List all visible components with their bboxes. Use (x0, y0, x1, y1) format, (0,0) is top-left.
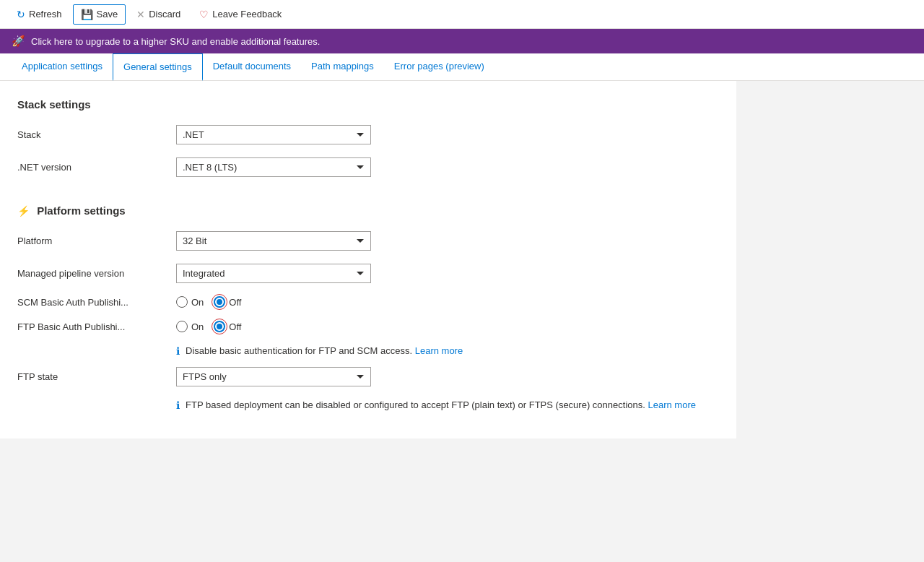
tab-error-pages[interactable]: Error pages (preview) (384, 53, 494, 80)
save-icon: 💾 (81, 9, 93, 20)
ftp-state-row: FTP state FTPS only All allowed Disabled (17, 367, 719, 386)
feedback-label: Leave Feedback (212, 9, 282, 20)
save-label: Save (97, 9, 118, 20)
feedback-icon: ♡ (199, 9, 209, 20)
ftp-off-option[interactable]: Off (214, 321, 241, 332)
tab-path-mappings[interactable]: Path mappings (301, 53, 384, 80)
ftp-learn-more-link[interactable]: Learn more (415, 345, 463, 356)
toolbar: ↻ Refresh 💾 Save ✕ Discard ♡ Leave Feedb… (0, 0, 924, 29)
stack-row: Stack .NET Node Python (17, 125, 719, 144)
ftp-on-option[interactable]: On (176, 321, 204, 332)
ftp-off-radio[interactable] (214, 321, 225, 332)
scm-radio-group: On Off (176, 296, 241, 308)
refresh-button[interactable]: ↻ Refresh (9, 4, 70, 25)
stack-settings-title: Stack settings (17, 98, 719, 111)
platform-row: Platform 32 Bit 64 Bit (17, 231, 719, 251)
stack-label: Stack (17, 129, 176, 140)
rocket-icon: 🚀 (12, 35, 25, 48)
platform-label: Platform (17, 235, 176, 246)
dotnet-version-select[interactable]: .NET 8 (LTS) .NET 7 .NET 6 (176, 157, 371, 177)
ftp-scm-info: ℹ Disable basic authentication for FTP a… (176, 345, 719, 357)
ftp-auth-label: FTP Basic Auth Publishi... (17, 321, 176, 332)
platform-settings-title: ⚡ Platform settings (17, 204, 719, 217)
ftp-state-label: FTP state (17, 371, 176, 382)
ftp-on-radio[interactable] (176, 321, 188, 332)
pipeline-row: Managed pipeline version Integrated Clas… (17, 264, 719, 283)
stack-select[interactable]: .NET Node Python (176, 125, 371, 144)
info-icon: ℹ (176, 345, 180, 357)
scm-off-label: Off (229, 297, 241, 308)
banner-text: Click here to upgrade to a higher SKU an… (31, 36, 320, 47)
main-content: Stack settings Stack .NET Node Python .N… (0, 81, 736, 438)
scm-off-option[interactable]: Off (214, 296, 241, 308)
scm-auth-row: SCM Basic Auth Publishi... On Off (17, 296, 719, 308)
tabs-container: Application settings General settings De… (0, 53, 924, 81)
scm-on-option[interactable]: On (176, 296, 204, 308)
dotnet-version-row: .NET version .NET 8 (LTS) .NET 7 .NET 6 (17, 157, 719, 177)
ftp-state-info: ℹ FTP based deployment can be disabled o… (176, 399, 719, 411)
scm-auth-label: SCM Basic Auth Publishi... (17, 297, 176, 308)
ftp-on-label: On (191, 321, 204, 332)
discard-icon: ✕ (136, 9, 145, 20)
upgrade-banner[interactable]: 🚀 Click here to upgrade to a higher SKU … (0, 29, 924, 53)
ftp-state-info-icon: ℹ (176, 399, 180, 411)
ftp-off-label: Off (229, 321, 241, 332)
scm-off-radio[interactable] (214, 296, 225, 308)
ftp-state-learn-more-link[interactable]: Learn more (648, 399, 695, 410)
ftp-state-info-text: FTP based deployment can be disabled or … (186, 399, 696, 410)
discard-label: Discard (149, 9, 180, 20)
lightning-icon: ⚡ (17, 205, 30, 217)
refresh-icon: ↻ (17, 9, 25, 20)
pipeline-select[interactable]: Integrated Classic (176, 264, 371, 283)
ftp-state-select[interactable]: FTPS only All allowed Disabled (176, 367, 371, 386)
save-button[interactable]: 💾 Save (73, 4, 126, 25)
scm-on-label: On (191, 297, 204, 308)
ftp-info-text: Disable basic authentication for FTP and… (186, 345, 463, 356)
tab-default-documents[interactable]: Default documents (203, 53, 301, 80)
platform-select[interactable]: 32 Bit 64 Bit (176, 231, 371, 251)
discard-button[interactable]: ✕ Discard (128, 4, 188, 25)
feedback-button[interactable]: ♡ Leave Feedback (191, 4, 289, 25)
ftp-radio-group: On Off (176, 321, 241, 332)
refresh-label: Refresh (29, 9, 62, 20)
scm-on-radio[interactable] (176, 296, 188, 308)
tab-general-settings[interactable]: General settings (113, 53, 203, 81)
dotnet-version-label: .NET version (17, 162, 176, 173)
tab-application-settings[interactable]: Application settings (12, 53, 113, 80)
ftp-auth-row: FTP Basic Auth Publishi... On Off (17, 321, 719, 332)
pipeline-label: Managed pipeline version (17, 268, 176, 279)
